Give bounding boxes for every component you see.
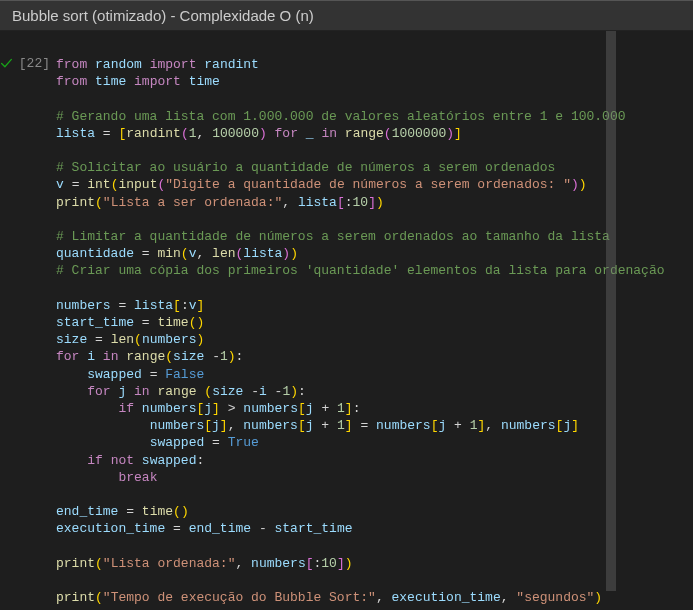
code-token (56, 470, 118, 485)
code-token: 1 (470, 418, 478, 433)
code-token (181, 521, 189, 536)
code-token: in (134, 384, 150, 399)
code-token: : (181, 298, 189, 313)
code-token (56, 453, 87, 468)
code-token: - (259, 521, 267, 536)
code-token (267, 521, 275, 536)
code-editor[interactable]: from random import randint from time imp… (56, 56, 693, 607)
code-token: lista (134, 298, 173, 313)
code-token: ] (220, 418, 228, 433)
code-token: 1 (337, 418, 345, 433)
code-token (243, 556, 251, 571)
code-token: lista (56, 126, 95, 141)
code-token: numbers (243, 401, 298, 416)
code-token: i (87, 349, 95, 364)
code-token: = (126, 504, 134, 519)
code-token: end_time (189, 521, 251, 536)
code-token: in (103, 349, 119, 364)
code-token: = (95, 332, 103, 347)
code-token: numbers (251, 556, 306, 571)
code-token: ( (95, 195, 103, 210)
code-token (87, 74, 95, 89)
code-token: ) (345, 556, 353, 571)
minimap-scrollbar[interactable] (606, 31, 616, 591)
code-token: not (111, 453, 134, 468)
code-token: quantidade (56, 246, 134, 261)
code-token: : (298, 384, 306, 399)
code-token: 1 (220, 349, 228, 364)
code-token: ) (228, 349, 236, 364)
code-token: time (157, 315, 188, 330)
code-token: range (157, 384, 196, 399)
code-token: time (142, 504, 173, 519)
code-token: random (95, 57, 142, 72)
code-token: numbers (501, 418, 556, 433)
code-token: + (321, 418, 329, 433)
code-token: ) (571, 177, 579, 192)
code-token (103, 453, 111, 468)
code-token (204, 126, 212, 141)
code-token: : (353, 401, 361, 416)
code-token: int (87, 177, 110, 192)
code-token: if (87, 453, 103, 468)
code-token: ) (290, 246, 298, 261)
code-token: import (134, 74, 181, 89)
code-token (64, 177, 72, 192)
code-token: numbers (142, 401, 197, 416)
code-token: v (189, 298, 197, 313)
code-token: True (228, 435, 259, 450)
code-token: ( (95, 556, 103, 571)
code-token: + (454, 418, 462, 433)
code-token: j (306, 401, 314, 416)
code-token (126, 384, 134, 399)
code-token: ] (337, 556, 345, 571)
code-token: # Limitar a quantidade de números a sere… (56, 229, 610, 244)
code-token: if (118, 401, 134, 416)
code-token: for (56, 349, 79, 364)
code-token: 10 (321, 556, 337, 571)
code-token: 1 (337, 401, 345, 416)
code-token: ] (454, 126, 462, 141)
code-token (134, 504, 142, 519)
code-token: ( (181, 126, 189, 141)
code-token: [ (173, 298, 181, 313)
code-token: ] (197, 298, 205, 313)
code-token: [ (298, 401, 306, 416)
code-token (165, 521, 173, 536)
code-token: numbers (150, 418, 205, 433)
code-token: "Digite a quantidade de números a serem … (165, 177, 571, 192)
code-token: ( (384, 126, 392, 141)
code-token (134, 246, 142, 261)
code-token (493, 418, 501, 433)
code-token: ] (212, 401, 220, 416)
code-token: [ (204, 418, 212, 433)
code-token (267, 384, 275, 399)
code-token: from (56, 57, 87, 72)
code-token: ] (345, 401, 353, 416)
code-token: range (345, 126, 384, 141)
code-token: end_time (56, 504, 118, 519)
section-heading[interactable]: Bubble sort (otimizado) - Complexidade O… (0, 0, 693, 31)
code-token (56, 418, 150, 433)
code-token: ) (196, 332, 204, 347)
code-token: ( (181, 246, 189, 261)
code-token: 10 (353, 195, 369, 210)
code-token: # Gerando uma lista com 1.000.000 de val… (56, 109, 626, 124)
code-token (142, 57, 150, 72)
code-token (142, 367, 150, 382)
code-token: , (485, 418, 493, 433)
code-token (134, 315, 142, 330)
code-token: ( (95, 590, 103, 605)
code-token: size (212, 384, 243, 399)
code-token: ( (134, 332, 142, 347)
code-token: for (275, 126, 298, 141)
code-token: size (173, 349, 204, 364)
code-token (298, 126, 306, 141)
code-token: = (103, 126, 111, 141)
code-token: j (212, 418, 220, 433)
code-token: break (118, 470, 157, 485)
code-token: j (204, 401, 212, 416)
code-cell[interactable]: [22] from random import randint from tim… (0, 31, 693, 607)
code-token: - (212, 349, 220, 364)
code-token (87, 332, 95, 347)
